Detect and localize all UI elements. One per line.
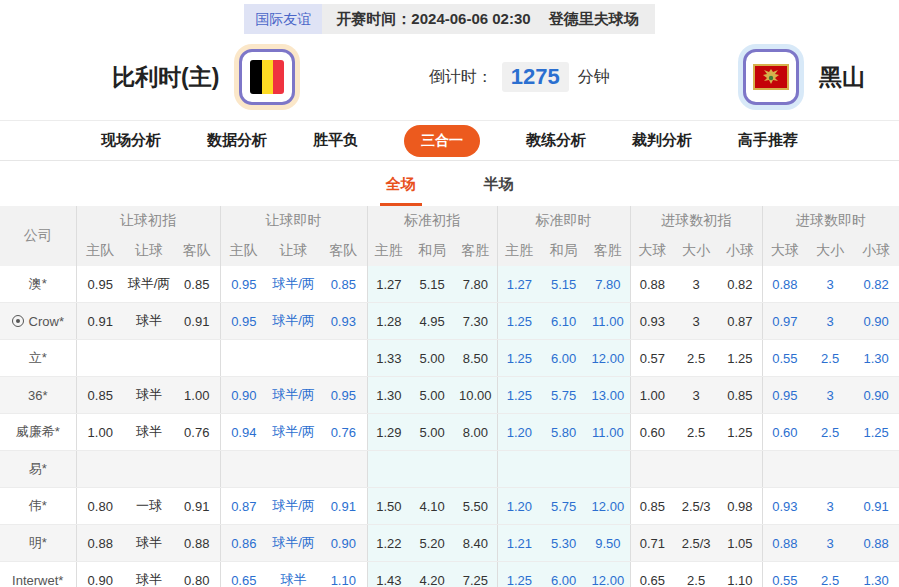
odds-cell[interactable]: 1.25 [497,562,541,587]
odds-cell[interactable]: 5.75 [541,377,586,414]
odds-cell[interactable]: 3 [807,377,853,414]
tab-live-analysis[interactable]: 现场分析 [101,131,161,150]
odds-cell[interactable]: 7.80 [586,266,630,303]
odds-cell[interactable]: 0.55 [762,562,807,587]
odds-cell[interactable]: 12.00 [586,488,630,525]
odds-cell[interactable]: 0.88 [853,525,899,562]
odds-cell[interactable]: 球半/两 [267,525,320,562]
company-cell[interactable]: 伟* [0,488,76,525]
company-cell[interactable]: 易* [0,451,76,488]
odds-cell[interactable]: 1.27 [497,266,541,303]
company-cell[interactable]: 明* [0,525,76,562]
odds-cell[interactable]: 3 [807,488,853,525]
odds-cell[interactable]: 3 [807,303,853,340]
table-row: 36*0.85球半1.000.90球半/两0.951.305.0010.001.… [0,377,899,414]
col-header: 客队 [174,236,220,266]
tab-data-analysis[interactable]: 数据分析 [207,131,267,150]
odds-cell[interactable]: 0.90 [853,377,899,414]
tab-referee-analysis[interactable]: 裁判分析 [632,131,692,150]
odds-cell[interactable]: 0.88 [762,266,807,303]
odds-cell[interactable]: 0.65 [220,562,267,587]
tab-full-match[interactable]: 全场 [380,175,422,206]
odds-cell[interactable]: 球半/两 [267,377,320,414]
odds-cell[interactable]: 0.82 [853,266,899,303]
odds-cell[interactable]: 12.00 [586,562,630,587]
odds-cell: 0.90 [76,562,124,587]
company-cell[interactable]: 澳* [0,266,76,303]
odds-cell[interactable]: 球半/两 [267,414,320,451]
match-info-bar: 国际友谊 开赛时间：2024-06-06 02:30 登德里夫球场 [0,4,899,34]
company-name: 伟* [29,498,47,513]
odds-cell [367,451,410,488]
odds-cell[interactable]: 0.87 [220,488,267,525]
odds-cell[interactable]: 0.55 [762,340,807,377]
odds-cell[interactable]: 3 [807,525,853,562]
tab-1x2[interactable]: 胜平负 [313,131,358,150]
odds-cell[interactable]: 5.75 [541,488,586,525]
odds-cell: 球半 [124,525,174,562]
odds-cell[interactable]: 1.21 [497,525,541,562]
odds-cell[interactable]: 6.00 [541,562,586,587]
odds-cell[interactable]: 球半/两 [267,266,320,303]
odds-cell: 0.85 [630,488,674,525]
odds-cell[interactable]: 9.50 [586,525,630,562]
odds-cell[interactable]: 0.86 [220,525,267,562]
odds-cell[interactable]: 5.30 [541,525,586,562]
company-cell[interactable]: 威廉希* [0,414,76,451]
odds-cell: 5.00 [410,377,454,414]
tab-half-match[interactable]: 半场 [478,175,520,206]
odds-cell[interactable]: 12.00 [586,340,630,377]
odds-cell[interactable]: 3 [807,266,853,303]
odds-cell[interactable]: 0.90 [220,377,267,414]
company-cell[interactable]: 立* [0,340,76,377]
odds-cell[interactable]: 0.95 [220,303,267,340]
odds-cell[interactable]: 1.20 [497,488,541,525]
odds-cell[interactable]: 11.00 [586,414,630,451]
odds-cell[interactable]: 0.91 [320,488,367,525]
company-cell[interactable]: Interwet* [0,562,76,587]
odds-cell[interactable]: 0.88 [762,525,807,562]
odds-cell[interactable]: 0.93 [320,303,367,340]
odds-cell[interactable]: 1.25 [497,340,541,377]
odds-cell[interactable]: 2.5 [807,562,853,587]
odds-cell[interactable]: 2.5 [807,414,853,451]
company-cell[interactable]: 36* [0,377,76,414]
odds-cell[interactable]: 0.85 [320,266,367,303]
odds-cell[interactable]: 1.25 [853,414,899,451]
odds-cell[interactable]: 1.25 [497,303,541,340]
tab-expert-picks[interactable]: 高手推荐 [738,131,798,150]
tab-coach-analysis[interactable]: 教练分析 [526,131,586,150]
odds-cell[interactable]: 1.20 [497,414,541,451]
col-header: 主胜 [367,236,410,266]
odds-cell[interactable]: 2.5 [807,340,853,377]
odds-cell[interactable]: 11.00 [586,303,630,340]
odds-cell[interactable]: 0.60 [762,414,807,451]
odds-cell[interactable]: 6.00 [541,340,586,377]
odds-cell[interactable]: 球半/两 [267,488,320,525]
odds-cell[interactable]: 0.90 [853,303,899,340]
odds-cell[interactable]: 1.30 [853,340,899,377]
company-name: 明* [29,535,47,550]
odds-cell[interactable]: 1.30 [853,562,899,587]
odds-cell[interactable]: 1.25 [497,377,541,414]
odds-cell[interactable]: 5.80 [541,414,586,451]
odds-cell[interactable]: 0.97 [762,303,807,340]
odds-cell[interactable]: 0.95 [220,266,267,303]
odds-cell[interactable]: 5.15 [541,266,586,303]
odds-cell[interactable]: 0.95 [762,377,807,414]
odds-cell[interactable]: 球半/两 [267,303,320,340]
odds-cell[interactable]: 13.00 [586,377,630,414]
odds-cell[interactable]: 0.94 [220,414,267,451]
odds-cell[interactable]: 1.10 [320,562,367,587]
odds-cell[interactable]: 0.95 [320,377,367,414]
odds-cell: 2.5 [674,340,718,377]
company-cell[interactable]: Crow* [0,303,76,340]
odds-cell[interactable]: 0.76 [320,414,367,451]
odds-cell[interactable]: 0.93 [762,488,807,525]
odds-cell[interactable]: 6.10 [541,303,586,340]
odds-cell[interactable]: 0.91 [853,488,899,525]
odds-cell[interactable]: 球半 [267,562,320,587]
odds-cell[interactable]: 0.90 [320,525,367,562]
col-header: 客队 [320,236,367,266]
tab-three-in-one[interactable]: 三合一 [404,125,480,157]
